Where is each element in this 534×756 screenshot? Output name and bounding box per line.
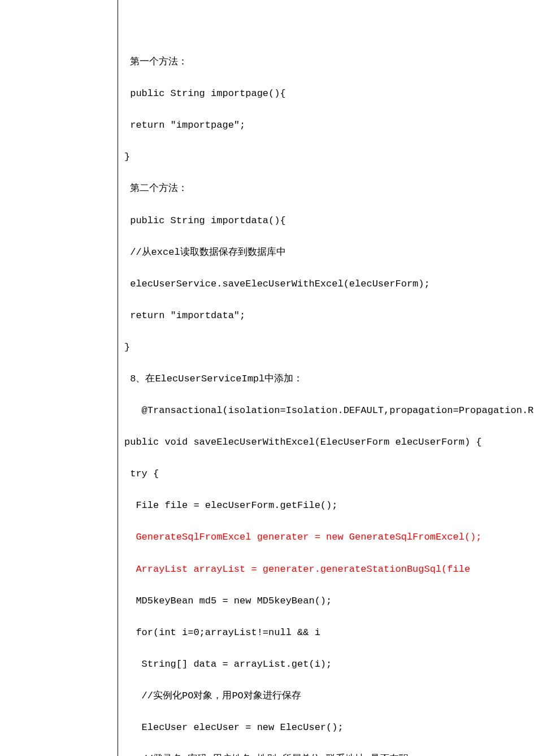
code-line: String[] data = arrayList.get(i);: [124, 657, 523, 672]
code-line: public void saveElecUserWithExcel(ElecUs…: [124, 435, 523, 450]
code-line: for(int i=0;arrayList!=null && i: [124, 625, 523, 641]
code-line: //从excel读取数据保存到数据库中: [124, 245, 523, 260]
code-line: }: [124, 340, 523, 355]
code-line: MD5keyBean md5 = new MD5keyBean();: [124, 593, 523, 609]
code-line-highlighted: GenerateSqlFromExcel generater = new Gen…: [124, 529, 523, 545]
code-line: @Transactional(isolation=Isolation.DEFAU…: [124, 403, 523, 419]
code-line: elecUserService.saveElecUserWithExcel(el…: [124, 276, 523, 292]
code-line: 第一个方法：: [124, 54, 523, 70]
page-left-border: [118, 0, 118, 756]
code-line-highlighted: ArrayList arrayList = generater.generate…: [124, 562, 523, 577]
code-line: //登录名 密码 用户姓名 性别 所属单位 联系地址 是否在职: [124, 751, 523, 756]
code-line: //实例化PO对象，用PO对象进行保存: [124, 688, 523, 704]
code-line: public String importdata(){: [124, 213, 523, 229]
code-line: File file = elecUserForm.getFile();: [124, 498, 523, 514]
code-line: 8、在ElecUserServiceImpl中添加：: [124, 371, 523, 387]
code-line: public String importpage(){: [124, 86, 523, 102]
code-line: return "importpage";: [124, 118, 523, 133]
code-line: return "importdata";: [124, 308, 523, 324]
code-line: }: [124, 149, 523, 165]
code-line: 第二个方法：: [124, 181, 523, 197]
code-line: try {: [124, 466, 523, 482]
code-line: ElecUser elecUser = new ElecUser();: [124, 720, 523, 736]
code-document: 第一个方法： public String importpage(){ retur…: [0, 0, 534, 756]
